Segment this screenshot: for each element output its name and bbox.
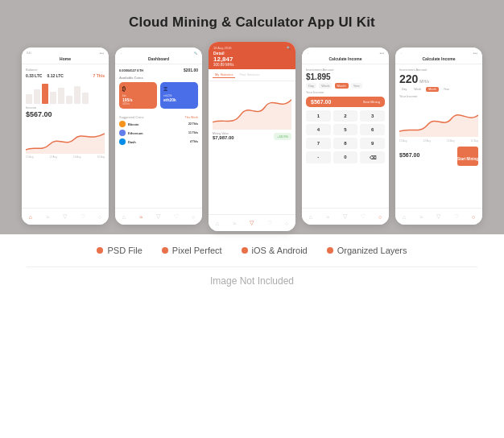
calc1-dots: ●●● (380, 52, 384, 55)
dash-status-right: 🔍 (194, 52, 197, 55)
key-minus[interactable]: - (306, 151, 331, 163)
key-8[interactable]: 8 (333, 138, 358, 149)
date-labels: 10 Aug 12 Aug 14 Aug 16 Aug (26, 155, 105, 159)
nav-chart-d[interactable]: ≈ (136, 212, 146, 221)
key-3[interactable]: 3 (360, 110, 385, 122)
nav-heart-d[interactable]: ♡ (171, 212, 181, 221)
bottom-nav-home: ⌂ ≈ ▽ ♡ ○ (22, 208, 109, 225)
bar-4 (50, 92, 56, 104)
invest2-unit: MH/s (419, 79, 429, 84)
key-6[interactable]: 6 (360, 124, 385, 135)
coin-bitcoin: Bitcoin 22 Th/s (119, 121, 198, 127)
detail-tabs: My Statistics Past Statistics (209, 69, 295, 81)
calc1-back[interactable]: ← (307, 52, 309, 55)
nav-home-det[interactable]: ⌂ (213, 218, 222, 228)
period-day[interactable]: Day (399, 87, 409, 92)
nav-filter-det[interactable]: ▽ (247, 218, 257, 228)
nav-filter[interactable]: ▽ (60, 212, 70, 221)
feature-pixel: Pixel Perfect (162, 246, 222, 255)
nav-home-c2[interactable]: ⌂ (399, 212, 409, 221)
period-year[interactable]: Year (441, 87, 452, 92)
date-2-4: 15 Aug (471, 139, 478, 143)
bottom-nav-calc2: ⌂ ≈ ▽ ♡ ○ (395, 208, 482, 225)
nav-chart-c2[interactable]: ≈ (416, 212, 426, 221)
app-container: Cloud Mining & Calculator App UI Kit 9:4… (0, 0, 504, 438)
nav-heart-c1[interactable]: ♡ (358, 212, 368, 221)
this-week: This Week (185, 116, 198, 119)
key-7[interactable]: 7 (306, 138, 331, 149)
nav-filter-c1[interactable]: ▽ (341, 212, 350, 221)
eth-card: Ξ eth20k eth20k (160, 82, 198, 109)
btc-hashrate: 422h/s (122, 102, 154, 105)
income-value: $567.00 (26, 110, 105, 118)
btc-icon: ₿ (122, 85, 154, 93)
tab-my-stats[interactable]: My Statistics (213, 72, 235, 78)
detail-search-icon[interactable]: 🔍 (287, 46, 291, 50)
nav-filter-d[interactable]: ▽ (154, 212, 163, 221)
nav-filter-c2[interactable]: ▽ (434, 212, 444, 221)
tab-past-stats[interactable]: Past Statistics (237, 72, 262, 78)
nav-home[interactable]: ⌂ (26, 212, 35, 221)
phone-home: 9:41 ●●● Home Balance 0.33 LTC 0.12 LTC … (22, 48, 109, 225)
nav-profile-c1[interactable]: ○ (375, 212, 385, 221)
psd-dot (97, 247, 103, 254)
page-title: Cloud Mining & Calculator App UI Kit (129, 14, 375, 31)
coin-dash-left: Dash (119, 138, 136, 145)
dash-top-row: 0.00004537 ETH $201.00 (119, 68, 198, 72)
nav-home-c1[interactable]: ⌂ (306, 212, 316, 221)
start-mining-btn2[interactable]: Start Mining (457, 147, 478, 166)
mining-change: +10.5% (274, 133, 291, 140)
balance-label: Balance (26, 68, 105, 72)
eth-hash: 11 Th/s (188, 131, 198, 134)
key-9[interactable]: 9 (360, 138, 385, 149)
detail-date: 18 Aug 2018 (213, 46, 231, 50)
coin-dash: Dash 4 Th/s (119, 138, 198, 145)
week-period[interactable]: Week (319, 83, 332, 89)
nav-home-d[interactable]: ⌂ (119, 212, 129, 221)
period-month[interactable]: Month (426, 87, 439, 92)
coin-ethereum: Ethereum 11 Th/s (119, 130, 198, 136)
nav-chart-det[interactable]: ≈ (229, 218, 239, 228)
balance-row: 0.33 LTC 0.12 LTC 7 Th/s (26, 73, 105, 78)
calc1-title: Calculate Income (307, 56, 384, 61)
feature-organized: Organized Layers (327, 246, 407, 255)
nav-heart-det[interactable]: ♡ (265, 218, 275, 228)
year-period[interactable]: Year (351, 83, 362, 89)
month-period[interactable]: Month (335, 83, 349, 89)
nav-chart[interactable]: ≈ (43, 212, 52, 221)
feature-ios: iOS & Android (242, 246, 308, 255)
bar-5 (58, 88, 64, 104)
nav-profile-c2[interactable]: ○ (469, 212, 478, 221)
date-4: 16 Aug (97, 155, 105, 159)
key-2[interactable]: 2 (333, 110, 358, 122)
not-included-label: Image Not Included (210, 275, 294, 287)
nav-heart-c2[interactable]: ♡ (452, 212, 461, 221)
calc-display: $567.00 Start Mining (306, 97, 385, 107)
phone-home-status: 9:41 ●●● (27, 52, 104, 55)
calc2-back[interactable]: ← (400, 52, 403, 55)
bottom-nav-dash: ⌂ ≈ ▽ ♡ ○ (115, 208, 202, 225)
nav-chart-c1[interactable]: ≈ (323, 212, 333, 221)
nav-profile-d[interactable]: ○ (188, 212, 198, 221)
key-1[interactable]: 1 (306, 110, 331, 122)
nav-profile[interactable]: ○ (95, 212, 105, 221)
key-0[interactable]: 0 (333, 151, 358, 163)
phone-dashboard: ← 🔍 Dashboard 0.00004537 ETH $201.00 Ava… (115, 48, 202, 225)
coin-eth-left: Ethereum (119, 130, 143, 136)
day-period[interactable]: Day (306, 83, 316, 89)
ios-label: iOS & Android (252, 246, 308, 255)
ios-dot (242, 247, 248, 254)
start-mining-btn[interactable]: Start Mining (363, 100, 380, 104)
key-del[interactable]: ⌫ (360, 151, 385, 163)
nav-heart[interactable]: ♡ (78, 212, 88, 221)
key-5[interactable]: 5 (333, 124, 358, 135)
nav-profile-det[interactable]: ○ (282, 218, 291, 228)
key-4[interactable]: 4 (306, 124, 331, 135)
calc-val: $567.00 (311, 99, 331, 105)
dash-usd: $201.00 (184, 68, 198, 72)
period-week[interactable]: Week (411, 87, 423, 92)
date-2: 12 Aug (50, 155, 57, 159)
mining-value: $7,987.00 (213, 135, 234, 140)
start-label2: Start Mining (457, 157, 478, 161)
eth-name: Ethereum (128, 131, 143, 135)
